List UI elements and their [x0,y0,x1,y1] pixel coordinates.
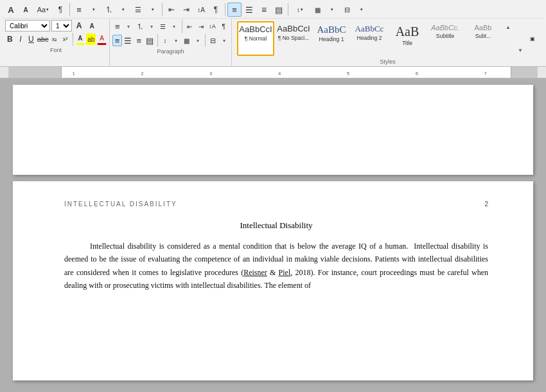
style-subtitle-btn[interactable]: AaBbCc. Subtitle [427,21,464,56]
style-nospacing-btn[interactable]: AaBbCcI ¶ No Spaci... [275,21,312,56]
align-center-btn[interactable]: ☰ [242,3,256,17]
justify-btn[interactable]: ▤ [272,3,286,17]
superscript-btn[interactable]: x² [60,33,70,45]
font-name-select[interactable]: Calibri [5,20,50,31]
style-title-btn[interactable]: AaB Title [389,21,426,56]
line-spacing-ribbon-arrow[interactable]: ▾ [171,35,181,46]
shading-btn[interactable]: ▩ [310,3,324,17]
justify-ribbon-btn[interactable]: ▤ [145,35,155,46]
text-effect-btn[interactable]: A [76,33,85,45]
styles-scroll-down[interactable]: ▼ [515,44,526,56]
font-section-label: Font [5,46,107,53]
highlight-btn[interactable]: ab [86,33,96,45]
styles-section: AaBbCcI ¶ Normal AaBbCcI ¶ No Spaci... A… [232,19,543,66]
multilevel-arrow-btn[interactable]: ▾ [146,3,160,17]
change-case-btn[interactable]: Aa▾ [33,3,53,17]
font-section: Calibri 11 A A B I U abc x₂ x² A ab A [3,19,110,66]
numbering-ribbon-btn[interactable]: ⒈ [135,21,145,32]
styles-expand-btn[interactable]: ▣ [527,33,538,44]
separator [157,34,158,47]
multilevel-btn[interactable]: ☰ [131,3,145,17]
separator [182,20,182,33]
separator [69,3,70,16]
style-subt2-preview: AaBb [475,24,492,32]
document-body[interactable]: Intellectual disability is considered as… [64,240,488,292]
numbering-arrow-btn[interactable]: ▾ [116,3,130,17]
align-right-btn[interactable]: ≡ [257,3,271,17]
style-h1-preview: AaBbC [317,24,346,35]
font-size-select[interactable]: 11 [51,20,72,31]
separator [225,3,225,16]
strikethrough-btn[interactable]: abc [37,33,49,45]
page-header: INTELLECTUAL DISABILITY 2 [64,200,488,210]
font-grow-btn[interactable]: A [73,20,85,31]
bullets-arrow-btn[interactable]: ▾ [87,3,101,17]
sort-btn[interactable]: ↕A [194,3,208,17]
style-heading1-btn[interactable]: AaBbC Heading 1 [313,21,350,56]
style-subt2-label: Subt... [475,33,491,39]
shading-ribbon-btn[interactable]: ▩ [182,35,191,46]
separator [288,3,288,16]
line-spacing-btn[interactable]: ↕ ▾ [290,3,310,17]
italic-btn[interactable]: I [16,33,26,45]
style-h2-label: Heading 2 [357,35,382,41]
show-para-btn[interactable]: ¶ [209,3,223,17]
font-grow-icon[interactable]: A [4,3,18,17]
style-normal-label: ¶ Normal [245,36,267,42]
document-title: Intellectual Disability [64,220,488,231]
border-ribbon-arrow[interactable]: ▾ [219,35,229,46]
decrease-indent-ribbon-btn[interactable]: ⇤ [185,21,195,32]
border-ribbon-btn[interactable]: ⊟ [208,35,218,46]
align-left-btn[interactable]: ≡ [227,3,242,17]
align-right-ribbon-btn[interactable]: ≡ [134,35,144,46]
font-shrink-btn[interactable]: A [86,20,98,31]
shading-arrow-btn[interactable]: ▾ [325,3,339,17]
style-subtitle-preview: AaBbCc. [431,24,459,32]
document-area: INTELLECTUAL DISABILITY 2 Intellectual D… [0,78,546,392]
paragraph-section: ≡ ▾ ⒈ ▾ ☰ ▾ ⇤ ⇥ ↕A ¶ ≡ ☰ ≡ ▤ ↕ ▾ ▩ [110,19,232,66]
clear-format-icon[interactable]: ¶ [53,3,67,17]
styles-section-label: Styles [234,57,541,65]
style-heading2-btn[interactable]: AaBbCc Heading 2 [351,21,388,56]
style-nospace-preview: AaBbCcI [277,24,310,34]
separator [205,34,206,47]
para-section-label: Paragraph [112,47,229,55]
numbering-btn[interactable]: ⒈ [101,3,116,17]
ruler-bg: 1 2 3 4 5 6 7 [9,67,537,78]
subscript-btn[interactable]: x₂ [50,33,60,45]
font-color-btn[interactable]: A [97,33,107,45]
style-normal-preview: AaBbCcI [239,24,272,35]
font-shrink-icon[interactable]: A [19,3,33,17]
border-btn[interactable]: ⊟ [340,3,354,17]
citation-piel: Piel [279,268,291,277]
numbering-ribbon-arrow[interactable]: ▾ [146,21,157,32]
bullets-ribbon-btn[interactable]: ≡ [112,21,123,32]
style-title-label: Title [402,40,412,46]
styles-scroll-up[interactable]: ▲ [502,21,514,33]
line-spacing-ribbon-btn[interactable]: ↕ [161,35,170,46]
increase-indent-btn[interactable]: ⇥ [179,3,193,17]
multilevel-ribbon-btn[interactable]: ☰ [157,21,168,32]
show-para-ribbon-btn[interactable]: ¶ [218,21,229,32]
multilevel-ribbon-arrow[interactable]: ▾ [169,21,179,32]
bullets-btn[interactable]: ≡ [72,3,86,17]
align-left-ribbon-btn[interactable]: ≡ [112,35,122,46]
bold-btn[interactable]: B [5,33,15,45]
bullets-ribbon-arrow[interactable]: ▾ [124,21,134,32]
sort-ribbon-btn[interactable]: ↕A [207,21,218,32]
page-2: INTELLECTUAL DISABILITY 2 Intellectual D… [13,181,533,380]
style-h2-preview: AaBbCc [355,24,384,34]
citation-reisner: Reisner [243,268,267,277]
separator [73,33,73,46]
increase-indent-ribbon-btn[interactable]: ⇥ [196,21,206,32]
underline-btn[interactable]: U [26,33,36,45]
style-subtitle-label: Subtitle [436,33,454,39]
align-center-ribbon-btn[interactable]: ☰ [123,35,133,46]
border-arrow-btn[interactable]: ▾ [355,3,369,17]
shading-ribbon-arrow[interactable]: ▾ [193,35,202,46]
ruler: 1 2 3 4 5 6 7 [0,67,546,78]
decrease-indent-btn[interactable]: ⇤ [164,3,179,17]
style-nospace-label: ¶ No Spaci... [278,35,310,41]
style-normal-btn[interactable]: AaBbCcI ¶ Normal [237,21,274,56]
style-subt2-btn[interactable]: AaBb Subt... [464,21,502,56]
